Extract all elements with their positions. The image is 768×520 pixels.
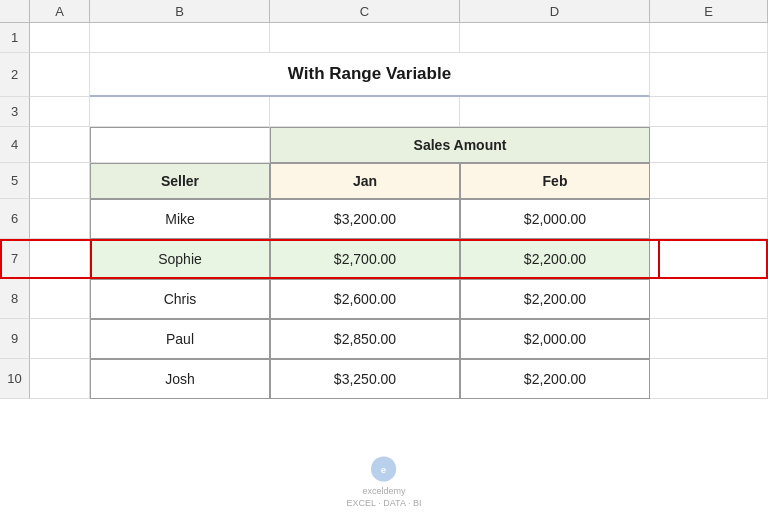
row-9: 9 Paul $2,850.00 $2,000.00 xyxy=(0,319,768,359)
col-header-a: A xyxy=(30,0,90,22)
col-header-c: C xyxy=(270,0,460,22)
cell-c6-jan: $3,200.00 xyxy=(270,199,460,239)
cell-d8-feb: $2,200.00 xyxy=(460,279,650,319)
cell-b8-seller: Chris xyxy=(90,279,270,319)
cell-e4 xyxy=(650,127,768,163)
row-4: 4 Sales Amount xyxy=(0,127,768,163)
row-6: 6 Mike $3,200.00 $2,000.00 xyxy=(0,199,768,239)
row-num-10: 10 xyxy=(0,359,30,399)
cell-a3 xyxy=(30,97,90,127)
cell-a9 xyxy=(30,319,90,359)
cell-e3 xyxy=(650,97,768,127)
cell-cd4-sales-header: Sales Amount xyxy=(270,127,650,163)
cell-b10-seller: Josh xyxy=(90,359,270,399)
cell-b9-seller: Paul xyxy=(90,319,270,359)
cell-b5-seller: Seller xyxy=(90,163,270,199)
cell-b2-title: With Range Variable xyxy=(90,53,650,97)
watermark-brand: exceldemy xyxy=(362,485,405,498)
cell-a6 xyxy=(30,199,90,239)
cell-c5-jan: Jan xyxy=(270,163,460,199)
row-1: 1 xyxy=(0,23,768,53)
cell-a2 xyxy=(30,53,90,97)
rows-area: 1 2 With Range Variable 3 4 xyxy=(0,23,768,520)
cell-d9-feb: $2,000.00 xyxy=(460,319,650,359)
row-num-2: 2 xyxy=(0,53,30,97)
cell-a8 xyxy=(30,279,90,319)
cell-d6-feb: $2,000.00 xyxy=(460,199,650,239)
cell-a4 xyxy=(30,127,90,163)
cell-a1 xyxy=(30,23,90,53)
corner-cell xyxy=(0,0,30,22)
cell-a5 xyxy=(30,163,90,199)
col-header-e: E xyxy=(650,0,768,22)
col-header-d: D xyxy=(460,0,650,22)
cell-b4 xyxy=(90,127,270,163)
cell-e8 xyxy=(650,279,768,319)
cell-c8-jan: $2,600.00 xyxy=(270,279,460,319)
col-header-b: B xyxy=(90,0,270,22)
cell-e10 xyxy=(650,359,768,399)
cell-b1 xyxy=(90,23,270,53)
row-num-9: 9 xyxy=(0,319,30,359)
cell-c3 xyxy=(270,97,460,127)
cell-d3 xyxy=(460,97,650,127)
cell-d1 xyxy=(460,23,650,53)
cell-c10-jan: $3,250.00 xyxy=(270,359,460,399)
row-num-3: 3 xyxy=(0,97,30,127)
cell-b3 xyxy=(90,97,270,127)
row-3: 3 xyxy=(0,97,768,127)
cell-e6 xyxy=(650,199,768,239)
cell-e5 xyxy=(650,163,768,199)
svg-text:e: e xyxy=(381,464,387,475)
row-10: 10 Josh $3,250.00 $2,200.00 xyxy=(0,359,768,399)
row-num-8: 8 xyxy=(0,279,30,319)
cell-d10-feb: $2,200.00 xyxy=(460,359,650,399)
cell-b6-seller: Mike xyxy=(90,199,270,239)
cell-c7-jan: $2,700.00 xyxy=(270,239,460,279)
row-5: 5 Seller Jan Feb xyxy=(0,163,768,199)
exceldemy-logo: e xyxy=(370,455,398,483)
cell-e7 xyxy=(650,239,768,279)
cell-d7-feb: $2,200.00 xyxy=(460,239,650,279)
cell-e2 xyxy=(650,53,768,97)
cell-a7 xyxy=(30,239,90,279)
row-8: 8 Chris $2,600.00 $2,200.00 xyxy=(0,279,768,319)
cell-d5-feb: Feb xyxy=(460,163,650,199)
watermark-tagline: EXCEL · DATA · BI xyxy=(347,497,422,510)
column-headers: A B C D E xyxy=(0,0,768,23)
row-num-6: 6 xyxy=(0,199,30,239)
cell-a10 xyxy=(30,359,90,399)
row-num-5: 5 xyxy=(0,163,30,199)
cell-e9 xyxy=(650,319,768,359)
cell-e1 xyxy=(650,23,768,53)
watermark: e exceldemy EXCEL · DATA · BI xyxy=(347,455,422,510)
spreadsheet: A B C D E 1 2 With Range Variable 3 xyxy=(0,0,768,520)
row-num-1: 1 xyxy=(0,23,30,53)
cell-c9-jan: $2,850.00 xyxy=(270,319,460,359)
row-num-4: 4 xyxy=(0,127,30,163)
row-num-7: 7 xyxy=(0,239,30,279)
row-7: 7 Sophie $2,700.00 $2,200.00 xyxy=(0,239,768,279)
cell-b7-seller: Sophie xyxy=(90,239,270,279)
row-2: 2 With Range Variable xyxy=(0,53,768,97)
cell-c1 xyxy=(270,23,460,53)
